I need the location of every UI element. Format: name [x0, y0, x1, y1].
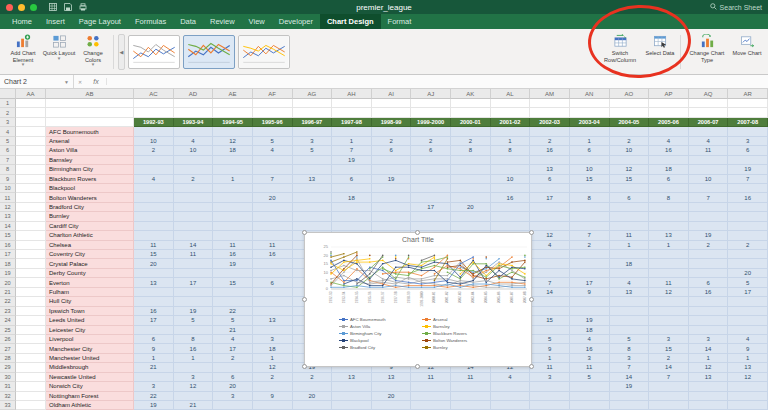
cell-AP26[interactable]: 3 — [649, 335, 689, 344]
quick-layout-button[interactable]: Quick Layout ▼ — [42, 31, 76, 73]
cell-AA5[interactable] — [16, 137, 46, 146]
cell-AQ17[interactable] — [689, 250, 729, 259]
cell-AP5[interactable]: 4 — [649, 137, 689, 146]
cell-AA12[interactable] — [16, 203, 46, 212]
cell-AA32[interactable] — [16, 392, 46, 401]
cell-AO30[interactable]: 14 — [610, 373, 650, 382]
selection-handle[interactable] — [415, 230, 420, 235]
cell-AJ11[interactable] — [411, 193, 451, 202]
cell-AM14[interactable] — [530, 222, 570, 231]
cell-AP33[interactable] — [649, 401, 689, 410]
cell-AI7[interactable] — [372, 156, 412, 165]
formula-input[interactable] — [107, 75, 768, 88]
cell-AP25[interactable] — [649, 326, 689, 335]
cell-AH11[interactable]: 18 — [332, 193, 372, 202]
row-header-31[interactable]: 31 — [0, 382, 16, 391]
cell-AQ2[interactable] — [689, 108, 729, 117]
cell-AP11[interactable]: 8 — [649, 193, 689, 202]
cell-AJ6[interactable]: 6 — [411, 146, 451, 155]
cell-AF11[interactable]: 20 — [253, 193, 293, 202]
cell-AK12[interactable]: 20 — [451, 203, 491, 212]
cell-AN15[interactable]: 7 — [570, 231, 610, 240]
cell-AM7[interactable] — [530, 156, 570, 165]
cell-AK2[interactable] — [451, 108, 491, 117]
cell-AH30[interactable]: 13 — [332, 373, 372, 382]
cell-AH32[interactable] — [332, 392, 372, 401]
cell-AN4[interactable] — [570, 127, 610, 136]
save-icon[interactable] — [64, 3, 72, 11]
cell-AP20[interactable]: 11 — [649, 278, 689, 287]
cell-AP12[interactable] — [649, 203, 689, 212]
cell-AP14[interactable] — [649, 222, 689, 231]
row-header-2[interactable]: 2 — [0, 108, 16, 117]
cell-AC9[interactable]: 4 — [134, 175, 174, 184]
cell-AO23[interactable] — [610, 307, 650, 316]
cell-AG13[interactable] — [293, 212, 333, 221]
cell-AI1[interactable] — [372, 99, 412, 108]
cell-AJ4[interactable] — [411, 127, 451, 136]
cell-AC14[interactable] — [134, 222, 174, 231]
cell-AN23[interactable] — [570, 307, 610, 316]
cell-AJ33[interactable] — [411, 401, 451, 410]
ribbon-tab-page-layout[interactable]: Page Layout — [72, 14, 128, 29]
print-icon[interactable] — [79, 3, 87, 11]
cell-AI33[interactable] — [372, 401, 412, 410]
cell-AD11[interactable] — [174, 193, 214, 202]
cell-AQ19[interactable] — [689, 269, 729, 278]
cell-AO11[interactable]: 6 — [610, 193, 650, 202]
cell-AE1[interactable] — [213, 99, 253, 108]
cell-AC29[interactable]: 21 — [134, 363, 174, 372]
row-header-5[interactable]: 5 — [0, 137, 16, 146]
cell-AD9[interactable]: 2 — [174, 175, 214, 184]
cell-AQ6[interactable]: 11 — [689, 146, 729, 155]
cell-AH2[interactable] — [332, 108, 372, 117]
cell-AF22[interactable] — [253, 297, 293, 306]
ribbon-tab-data[interactable]: Data — [173, 14, 203, 29]
cell-AQ14[interactable] — [689, 222, 729, 231]
cell-AP29[interactable]: 14 — [649, 363, 689, 372]
cell-AD3[interactable]: 1993-94 — [174, 118, 214, 127]
cell-AC32[interactable]: 22 — [134, 392, 174, 401]
cell-AA27[interactable] — [16, 344, 46, 353]
cell-AF12[interactable] — [253, 203, 293, 212]
cell-AK13[interactable] — [451, 212, 491, 221]
cell-AR21[interactable]: 17 — [728, 288, 768, 297]
cell-AD18[interactable] — [174, 259, 214, 268]
cell-AE26[interactable]: 4 — [213, 335, 253, 344]
cell-AQ1[interactable] — [689, 99, 729, 108]
cell-AN25[interactable]: 18 — [570, 326, 610, 335]
cell-AE3[interactable]: 1994-95 — [213, 118, 253, 127]
cell-AI14[interactable] — [372, 222, 412, 231]
cell-AQ13[interactable] — [689, 212, 729, 221]
selection-handle[interactable] — [302, 230, 307, 235]
cell-AM10[interactable] — [530, 184, 570, 193]
cell-AB30[interactable]: Newcastle United — [46, 373, 134, 382]
cell-AK14[interactable] — [451, 222, 491, 231]
cell-AN20[interactable]: 17 — [570, 278, 610, 287]
cell-AJ2[interactable] — [411, 108, 451, 117]
cell-AG31[interactable] — [293, 382, 333, 391]
cell-AE24[interactable]: 5 — [213, 316, 253, 325]
cell-AH6[interactable]: 7 — [332, 146, 372, 155]
cell-AN6[interactable]: 6 — [570, 146, 610, 155]
cell-AH7[interactable]: 19 — [332, 156, 372, 165]
cell-AG6[interactable]: 5 — [293, 146, 333, 155]
cell-AC13[interactable] — [134, 212, 174, 221]
cell-AQ32[interactable] — [689, 392, 729, 401]
cell-AR18[interactable] — [728, 259, 768, 268]
row-header-9[interactable]: 9 — [0, 175, 16, 184]
cell-AL2[interactable] — [491, 108, 531, 117]
cell-AR31[interactable] — [728, 382, 768, 391]
cell-AR23[interactable] — [728, 307, 768, 316]
cell-AR25[interactable] — [728, 326, 768, 335]
search-box[interactable]: Search Sheet — [710, 3, 762, 11]
cell-AP9[interactable]: 6 — [649, 175, 689, 184]
cell-AO14[interactable] — [610, 222, 650, 231]
row-header-26[interactable]: 26 — [0, 335, 16, 344]
cell-AN19[interactable] — [570, 269, 610, 278]
ribbon-tab-developer[interactable]: Developer — [272, 14, 320, 29]
column-header-AC[interactable]: AC — [134, 89, 174, 99]
cell-AF31[interactable] — [253, 382, 293, 391]
cell-AE8[interactable] — [213, 165, 253, 174]
cell-AL1[interactable] — [491, 99, 531, 108]
